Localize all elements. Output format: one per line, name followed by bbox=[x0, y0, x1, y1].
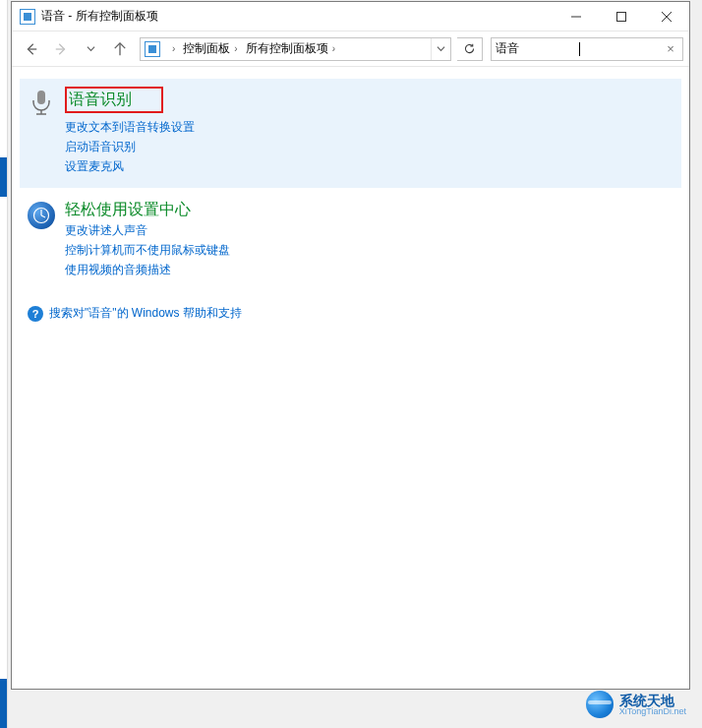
globe-icon bbox=[586, 691, 614, 718]
breadcrumb-chevron[interactable]: › bbox=[164, 38, 179, 60]
link-control-without-mouse-keyboard[interactable]: 控制计算机而不使用鼠标或键盘 bbox=[65, 240, 673, 260]
text-caret bbox=[579, 42, 580, 56]
minimize-icon bbox=[571, 12, 581, 22]
svg-line-12 bbox=[41, 215, 45, 217]
control-panel-icon bbox=[145, 41, 160, 57]
minimize-button[interactable] bbox=[554, 2, 599, 30]
breadcrumb-item[interactable]: 控制面板› bbox=[179, 38, 241, 60]
watermark-title: 系统天地 bbox=[619, 694, 686, 707]
maximize-icon bbox=[616, 12, 626, 22]
group-title-speech-recognition[interactable]: 语音识别 bbox=[65, 87, 163, 113]
arrow-left-icon bbox=[25, 42, 38, 56]
control-panel-icon bbox=[20, 9, 35, 25]
refresh-button[interactable] bbox=[457, 37, 483, 61]
close-button[interactable] bbox=[644, 2, 689, 30]
breadcrumb-label: 控制面板 bbox=[183, 40, 230, 57]
svg-rect-7 bbox=[37, 91, 45, 104]
left-edge-strip bbox=[0, 0, 8, 728]
chevron-down-icon bbox=[437, 44, 445, 53]
nav-history-dropdown[interactable] bbox=[77, 35, 104, 63]
results-pane: 语音识别 更改文本到语音转换设置 启动语音识别 设置麦克风 轻松使用设置中心 更… bbox=[12, 67, 689, 689]
group-title-ease-of-access[interactable]: 轻松使用设置中心 bbox=[65, 201, 191, 217]
result-group-speech: 语音识别 更改文本到语音转换设置 启动语音识别 设置麦克风 bbox=[20, 79, 681, 188]
nav-up-button[interactable] bbox=[106, 35, 134, 63]
window-title: 语音 - 所有控制面板项 bbox=[41, 8, 554, 25]
navigation-bar: › 控制面板› 所有控制面板项› 语音 × bbox=[12, 31, 689, 67]
link-setup-microphone[interactable]: 设置麦克风 bbox=[65, 156, 673, 176]
svg-rect-1 bbox=[617, 12, 626, 21]
maximize-button[interactable] bbox=[599, 2, 644, 30]
watermark-url: XiTongTianDi.net bbox=[619, 707, 686, 716]
link-narrator-voice[interactable]: 更改讲述人声音 bbox=[65, 220, 673, 240]
link-tts-settings[interactable]: 更改文本到语音转换设置 bbox=[65, 117, 673, 137]
clear-search-button[interactable]: × bbox=[663, 41, 678, 56]
address-bar[interactable]: › 控制面板› 所有控制面板项› bbox=[140, 37, 451, 61]
microphone-icon bbox=[28, 89, 55, 116]
control-panel-window: 语音 - 所有控制面板项 › 控制面 bbox=[11, 1, 690, 690]
arrow-up-icon bbox=[113, 42, 127, 56]
search-value: 语音 bbox=[496, 40, 579, 57]
address-dropdown[interactable] bbox=[431, 38, 450, 60]
nav-back-button[interactable] bbox=[18, 35, 45, 63]
help-row: ? 搜索对"语音"的 Windows 帮助和支持 bbox=[28, 305, 673, 322]
chevron-down-icon bbox=[87, 44, 95, 53]
link-audio-description[interactable]: 使用视频的音频描述 bbox=[65, 260, 673, 279]
breadcrumb-item[interactable]: 所有控制面板项› bbox=[242, 38, 339, 60]
breadcrumb-label: 所有控制面板项 bbox=[246, 40, 328, 57]
titlebar: 语音 - 所有控制面板项 bbox=[12, 2, 689, 31]
result-group-ease-of-access: 轻松使用设置中心 更改讲述人声音 控制计算机而不使用鼠标或键盘 使用视频的音频描… bbox=[28, 192, 673, 291]
search-input[interactable]: 语音 × bbox=[491, 37, 683, 61]
windows-help-link[interactable]: 搜索对"语音"的 Windows 帮助和支持 bbox=[49, 305, 242, 322]
close-icon bbox=[662, 12, 672, 22]
arrow-right-icon bbox=[54, 42, 68, 56]
watermark: 系统天地 XiTongTianDi.net bbox=[586, 691, 686, 718]
ease-of-access-icon bbox=[28, 202, 55, 229]
nav-forward-button[interactable] bbox=[47, 35, 75, 63]
refresh-icon bbox=[463, 42, 476, 55]
link-start-speech-recognition[interactable]: 启动语音识别 bbox=[65, 137, 673, 156]
help-icon: ? bbox=[28, 306, 43, 322]
